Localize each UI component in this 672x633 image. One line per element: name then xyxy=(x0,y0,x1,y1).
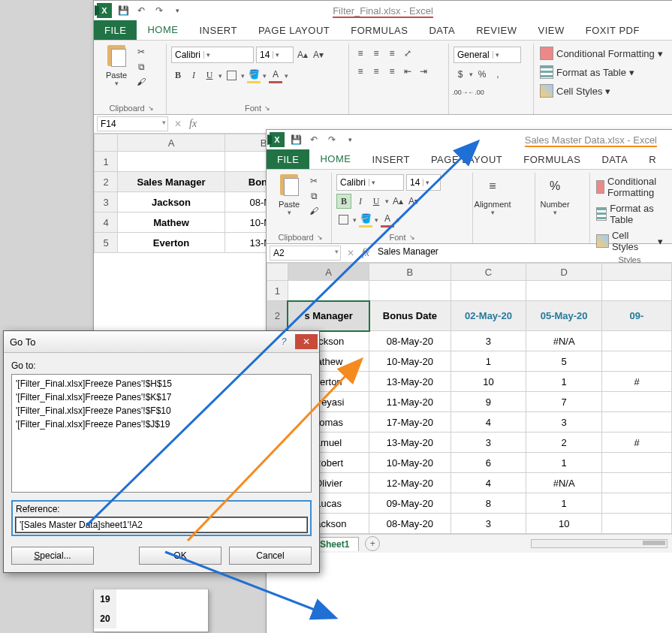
tab-file[interactable]: FILE xyxy=(94,20,137,40)
save-icon[interactable]: 💾 xyxy=(116,4,130,17)
currency-icon[interactable]: $ xyxy=(454,68,467,81)
cell[interactable]: Bonus Date xyxy=(369,301,451,331)
cell[interactable]: 10 xyxy=(526,514,602,534)
fx-icon[interactable]: fx xyxy=(185,118,201,130)
cell[interactable]: 10-May-20 xyxy=(369,351,451,372)
special-button[interactable]: SSpecial...pecial... xyxy=(11,547,94,565)
row-header[interactable]: 3 xyxy=(95,192,118,213)
horizontal-scrollbar[interactable] xyxy=(531,539,667,548)
col-header-a[interactable]: A xyxy=(288,264,369,281)
name-box[interactable]: A2▾ xyxy=(270,246,341,261)
cell[interactable] xyxy=(601,392,671,412)
format-as-table-button[interactable]: Format as Table ▾ xyxy=(538,64,636,80)
tab-insert[interactable]: INSERT xyxy=(188,20,247,40)
save-icon[interactable]: 💾 xyxy=(289,133,303,146)
cell[interactable]: Everton xyxy=(118,233,225,253)
cell[interactable]: 10 xyxy=(451,372,526,392)
font-size-select[interactable]: 14▾ xyxy=(256,47,294,63)
close-icon[interactable]: ✕ xyxy=(295,334,318,349)
list-item[interactable]: '[Filter_Final.xlsx]Freeze Panes'!$F$10 xyxy=(16,404,307,417)
decrease-indent-icon[interactable]: ⇤ xyxy=(401,65,414,78)
cell[interactable]: Mathew xyxy=(118,213,225,233)
tab-home[interactable]: HOME xyxy=(309,149,361,169)
paste-button[interactable]: Paste ▾ xyxy=(101,44,131,87)
cell[interactable]: 08-May-20 xyxy=(369,331,451,351)
increase-font-icon[interactable]: A▴ xyxy=(296,48,309,62)
list-item[interactable]: '[Filter_Final.xlsx]Freeze Panes'!$H$15 xyxy=(16,377,307,390)
redo-icon[interactable]: ↷ xyxy=(152,4,166,17)
percent-icon[interactable]: % xyxy=(475,68,489,81)
cell[interactable]: 09- xyxy=(601,301,671,331)
cell[interactable]: 1 xyxy=(526,372,602,392)
cell[interactable] xyxy=(601,453,671,473)
col-header-c[interactable]: C xyxy=(451,264,526,281)
dialog-titlebar[interactable]: Go To ? ✕ xyxy=(4,331,319,353)
decrease-font-icon[interactable]: A▾ xyxy=(407,194,420,208)
cell[interactable] xyxy=(601,473,671,493)
conditional-formatting-button[interactable]: Conditional Formatting ▾ xyxy=(538,45,664,62)
cell[interactable]: 3 xyxy=(451,514,526,534)
reference-input[interactable] xyxy=(16,517,307,532)
ok-button[interactable]: OK xyxy=(139,547,221,565)
align-middle-icon[interactable]: ≡ xyxy=(369,47,383,60)
cell[interactable]: 13-May-20 xyxy=(369,433,451,453)
increase-indent-icon[interactable]: ⇥ xyxy=(417,65,430,78)
number-format-select[interactable]: General▾ xyxy=(454,47,521,63)
copy-icon[interactable]: ⧉ xyxy=(307,189,321,203)
alignment-button[interactable]: ≡Alignment▾ xyxy=(478,173,508,216)
redo-icon[interactable]: ↷ xyxy=(325,133,339,146)
col-header-d[interactable]: D xyxy=(526,264,602,281)
font-color-button[interactable]: A xyxy=(381,212,394,228)
font-color-button[interactable]: A xyxy=(269,68,282,83)
cell[interactable]: 3 xyxy=(526,412,602,433)
new-sheet-button[interactable]: + xyxy=(365,536,380,551)
decrease-font-icon[interactable]: A▾ xyxy=(312,48,325,62)
list-item[interactable]: '[Filter_Final.xlsx]Freeze Panes'!$J$19 xyxy=(16,417,307,431)
fx-icon[interactable]: fx xyxy=(357,247,374,259)
cell[interactable]: 1 xyxy=(526,453,602,473)
cut-icon[interactable]: ✂ xyxy=(134,45,148,59)
cell[interactable]: 17-May-20 xyxy=(369,412,451,433)
increase-font-icon[interactable]: A▴ xyxy=(391,194,405,208)
font-size-select[interactable]: 14▾ xyxy=(406,174,441,191)
cell[interactable]: #N/A xyxy=(526,331,602,351)
cell[interactable] xyxy=(601,493,671,514)
align-top-icon[interactable]: ≡ xyxy=(354,47,367,60)
font-name-select[interactable]: Calibri▾ xyxy=(336,174,404,191)
cell[interactable]: 13-May-20 xyxy=(369,372,451,392)
qat-customize-icon[interactable]: ▾ xyxy=(170,4,184,17)
row-header[interactable]: 1 xyxy=(95,152,118,172)
cell[interactable]: 11-May-20 xyxy=(369,392,451,412)
qat-customize-icon[interactable]: ▾ xyxy=(343,133,357,146)
worksheet-grid[interactable]: A B C D 1 2 s Manager Bonus Date 02-May-… xyxy=(267,263,672,534)
cell[interactable]: 6 xyxy=(451,453,526,473)
tab-home[interactable]: HOME xyxy=(137,20,188,40)
italic-button[interactable]: I xyxy=(354,194,367,208)
row-header[interactable]: 1 xyxy=(267,281,288,301)
cell[interactable] xyxy=(601,351,671,372)
format-painter-icon[interactable]: 🖌 xyxy=(134,75,148,89)
tab-review-cut[interactable]: R xyxy=(638,149,667,169)
cell[interactable]: # xyxy=(601,372,671,392)
tab-formulas[interactable]: FORMULAS xyxy=(340,20,418,40)
underline-button[interactable]: U xyxy=(203,69,216,83)
name-box[interactable]: F14▾ xyxy=(97,116,168,131)
cell[interactable]: 5 xyxy=(526,351,602,372)
conditional-formatting-button[interactable]: Conditional Formatting xyxy=(595,174,664,200)
row-header[interactable]: 20 xyxy=(94,609,116,628)
fill-color-button[interactable]: 🪣 xyxy=(247,68,261,83)
cell[interactable]: 4 xyxy=(451,473,526,493)
format-as-table-button[interactable]: Format as Table xyxy=(595,201,664,227)
align-left-icon[interactable]: ≡ xyxy=(354,65,367,78)
list-item[interactable]: '[Filter_Final.xlsx]Freeze Panes'!$K$17 xyxy=(16,390,307,404)
underline-button[interactable]: U xyxy=(369,194,383,208)
tab-review[interactable]: REVIEW xyxy=(466,20,527,40)
bold-button[interactable]: B xyxy=(171,69,185,83)
cell[interactable]: 1 xyxy=(526,493,602,514)
comma-icon[interactable]: , xyxy=(491,68,505,81)
col-header-b[interactable]: B xyxy=(369,264,451,281)
tab-insert[interactable]: INSERT xyxy=(361,149,420,169)
decrease-decimal-icon[interactable]: ←.00 xyxy=(469,86,483,99)
align-bottom-icon[interactable]: ≡ xyxy=(385,47,399,60)
row-header[interactable]: 2 xyxy=(95,172,118,192)
